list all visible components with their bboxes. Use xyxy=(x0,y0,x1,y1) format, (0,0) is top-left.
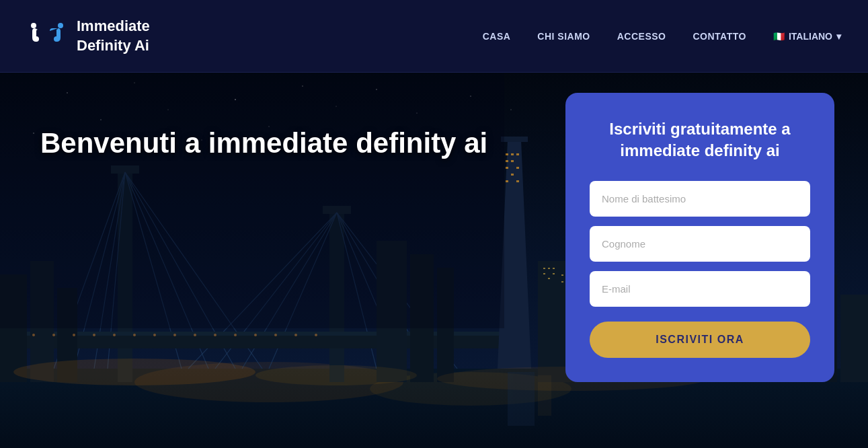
svg-point-113 xyxy=(214,334,216,336)
svg-point-112 xyxy=(194,334,196,336)
svg-rect-59 xyxy=(516,180,519,182)
svg-point-100 xyxy=(255,365,417,385)
svg-point-109 xyxy=(133,334,136,336)
svg-point-116 xyxy=(274,334,277,336)
svg-rect-71 xyxy=(553,268,555,269)
svg-point-115 xyxy=(254,334,257,336)
svg-rect-102 xyxy=(508,372,535,426)
svg-rect-119 xyxy=(0,73,504,328)
svg-point-108 xyxy=(113,334,116,336)
nav-item-accesso[interactable]: ACCESSO xyxy=(617,31,666,42)
nav-item-casa[interactable]: CASA xyxy=(483,31,511,42)
svg-point-107 xyxy=(93,334,95,336)
email-input[interactable] xyxy=(590,271,810,307)
svg-rect-57 xyxy=(511,174,514,176)
svg-point-1 xyxy=(58,23,63,28)
last-name-input[interactable] xyxy=(590,226,810,262)
logo-text: Immediate Definity Ai xyxy=(77,17,150,55)
chevron-down-icon: ▾ xyxy=(836,31,841,42)
svg-point-14 xyxy=(511,110,512,110)
submit-button[interactable]: ISCRIVITI ORA xyxy=(590,322,810,358)
svg-point-110 xyxy=(153,334,156,336)
logo[interactable]: Immediate Definity Ai xyxy=(27,16,150,57)
flag-icon: 🇮🇹 xyxy=(773,31,785,42)
svg-rect-75 xyxy=(561,274,563,276)
svg-point-99 xyxy=(13,359,255,385)
svg-rect-53 xyxy=(506,160,508,162)
svg-rect-68 xyxy=(840,295,868,382)
svg-rect-52 xyxy=(516,153,519,155)
first-name-input[interactable] xyxy=(590,181,810,217)
svg-rect-69 xyxy=(543,268,545,269)
svg-rect-76 xyxy=(561,281,563,283)
svg-point-111 xyxy=(173,334,176,336)
logo-icon xyxy=(27,16,67,57)
svg-rect-74 xyxy=(553,273,555,274)
svg-rect-72 xyxy=(543,273,545,274)
svg-rect-50 xyxy=(506,153,508,155)
svg-point-118 xyxy=(315,334,317,336)
svg-rect-58 xyxy=(506,180,508,182)
svg-rect-54 xyxy=(511,160,514,162)
svg-rect-51 xyxy=(511,153,514,155)
registration-form-card: Iscriviti gratuitamente a immediate defi… xyxy=(565,93,834,382)
hero-title: Benvenuti a immediate definity ai xyxy=(40,126,487,160)
nav-item-contatto[interactable]: CONTATTO xyxy=(693,31,746,42)
svg-point-117 xyxy=(294,334,297,336)
svg-rect-49 xyxy=(501,137,528,142)
form-title: Iscriviti gratuitamente a immediate defi… xyxy=(590,118,810,162)
svg-rect-70 xyxy=(548,268,550,269)
main-nav: CASA CHI SIAMO ACCESSO CONTATTO 🇮🇹 ITALI… xyxy=(483,31,841,42)
svg-rect-73 xyxy=(548,278,550,279)
svg-point-114 xyxy=(234,334,237,336)
site-header: Immediate Definity Ai CASA CHI SIAMO ACC… xyxy=(0,0,868,73)
svg-point-105 xyxy=(52,334,55,336)
svg-rect-103 xyxy=(538,375,551,416)
svg-rect-55 xyxy=(506,167,508,169)
svg-point-0 xyxy=(31,23,36,28)
hero-section: Benvenuti a immediate definity ai Iscriv… xyxy=(0,73,868,448)
svg-point-104 xyxy=(32,334,35,336)
nav-item-chi-siamo[interactable]: CHI SIAMO xyxy=(537,31,590,42)
language-selector[interactable]: 🇮🇹 ITALIANO ▾ xyxy=(773,31,841,42)
svg-point-106 xyxy=(73,334,75,336)
svg-rect-56 xyxy=(516,167,519,169)
